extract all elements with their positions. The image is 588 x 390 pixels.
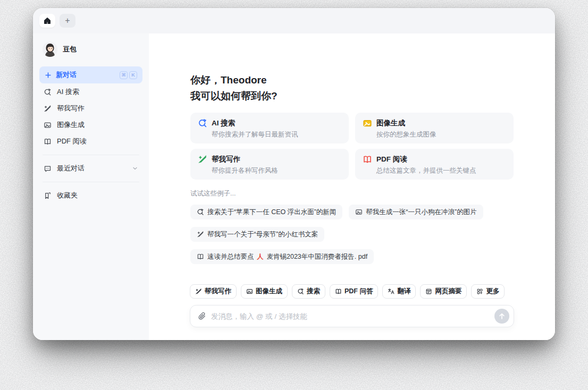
- paperclip-icon[interactable]: [198, 312, 206, 320]
- skill-label: 翻译: [397, 287, 410, 296]
- example-chip-attachment-name: 麦肯锡2023年中国消费者报告. pdf: [267, 252, 368, 261]
- write-icon: [198, 155, 207, 164]
- example-chip-write-post[interactable]: 帮我写一个关于“母亲节”的小红书文案: [190, 227, 324, 242]
- sidebar-item-label: 图像生成: [57, 120, 85, 130]
- card-image-gen[interactable]: 图像生成 按你的想象生成图像: [355, 113, 514, 143]
- skill-label: 网页摘要: [435, 287, 461, 296]
- skill-label: 搜索: [307, 287, 320, 296]
- pdf-read-icon: [363, 155, 372, 164]
- skill-more[interactable]: 更多: [471, 284, 505, 299]
- image-gen-icon: [246, 288, 253, 295]
- home-icon: [44, 17, 51, 24]
- card-title: PDF 阅读: [376, 155, 407, 164]
- webpage-icon: [425, 288, 432, 295]
- message-input-container: [190, 305, 514, 327]
- tab-bar: +: [33, 8, 555, 33]
- example-chip-summarize-pdf[interactable]: 速读并总结要点 人 麦肯锡2023年中国消费者报告. pdf: [190, 249, 374, 264]
- composer: 帮我写作 图像生成 搜索: [190, 284, 514, 327]
- example-chip-search-news[interactable]: 搜索关于“苹果下一任 CEO 浮出水面”的新闻: [190, 205, 342, 219]
- plus-icon: +: [65, 16, 70, 26]
- card-write[interactable]: 帮我写作 帮你提升各种写作风格: [190, 149, 349, 180]
- sidebar-divider: [43, 155, 139, 155]
- more-grid-icon: [476, 288, 483, 295]
- write-icon: [44, 105, 52, 113]
- send-button[interactable]: [494, 309, 509, 324]
- card-description: 帮你提升各种写作风格: [212, 166, 341, 175]
- pdf-read-icon: [44, 138, 52, 146]
- sidebar-item-ai-search[interactable]: AI 搜索: [39, 84, 142, 100]
- example-chip-text: 搜索关于“苹果下一任 CEO 浮出水面”的新闻: [207, 208, 336, 217]
- example-chip-text: 帮我生成一张“一只小狗在冲浪”的图片: [366, 208, 476, 217]
- translate-icon: [388, 288, 394, 295]
- image-gen-icon: [355, 208, 363, 216]
- card-description: 按你的想象生成图像: [376, 130, 506, 139]
- sidebar-divider: [43, 182, 139, 182]
- skill-pdf-qa[interactable]: PDF 问答: [330, 284, 378, 299]
- profile-row[interactable]: 豆包: [39, 39, 142, 60]
- example-chip-generate-image[interactable]: 帮我生成一张“一只小狗在冲浪”的图片: [349, 205, 483, 219]
- write-icon: [195, 288, 202, 295]
- example-chip-text: 帮我写一个关于“母亲节”的小红书文案: [207, 230, 318, 239]
- example-chips: 搜索关于“苹果下一任 CEO 浮出水面”的新闻 帮我生成一张“一只小狗在冲浪”的…: [190, 205, 488, 264]
- k-key-badge: K: [129, 71, 137, 79]
- sidebar-item-label: AI 搜索: [57, 87, 79, 97]
- new-chat-button[interactable]: 新对话 ⌘ K: [39, 66, 142, 83]
- new-tab-button[interactable]: +: [60, 14, 75, 28]
- sidebar: 豆包 新对话 ⌘ K AI 搜索: [33, 33, 149, 340]
- sidebar-item-pdf-read[interactable]: PDF 阅读: [39, 133, 142, 149]
- write-icon: [197, 231, 204, 238]
- skill-write[interactable]: 帮我写作: [190, 284, 237, 299]
- profile-name: 豆包: [63, 45, 77, 54]
- skill-translate[interactable]: 翻译: [382, 284, 416, 299]
- chat-bubble-icon: [44, 165, 52, 173]
- skill-label: PDF 问答: [345, 287, 373, 296]
- skill-label: 更多: [486, 287, 499, 296]
- sidebar-item-label: 帮我写作: [57, 104, 85, 113]
- image-gen-icon: [44, 121, 52, 129]
- tab-home[interactable]: [39, 14, 55, 28]
- card-title: 帮我写作: [212, 155, 240, 164]
- sidebar-item-favorites[interactable]: 收藏夹: [39, 188, 142, 204]
- sidebar-item-label: 收藏夹: [57, 191, 78, 200]
- greeting-line-1: 你好，Theodore: [190, 72, 514, 88]
- feature-cards: AI 搜索 帮你搜索并了解每日最新资讯 图像生成 按你的想象生成图像: [190, 113, 514, 180]
- skill-label: 图像生成: [256, 287, 282, 296]
- card-title: AI 搜索: [212, 118, 235, 128]
- new-chat-label: 新对话: [56, 70, 77, 80]
- card-title: 图像生成: [376, 118, 405, 128]
- image-gen-icon: [363, 118, 372, 128]
- search-icon: [197, 208, 204, 216]
- search-icon: [297, 288, 304, 295]
- card-ai-search[interactable]: AI 搜索 帮你搜索并了解每日最新资讯: [190, 113, 349, 143]
- skill-bar: 帮我写作 图像生成 搜索: [190, 284, 514, 299]
- sidebar-item-write[interactable]: 帮我写作: [39, 100, 142, 116]
- ai-search-icon: [44, 88, 52, 96]
- cmd-key-badge: ⌘: [120, 71, 128, 79]
- greeting-line-2: 我可以如何帮到你?: [190, 88, 514, 104]
- doubao-avatar: [43, 42, 57, 57]
- skill-webpage-summary[interactable]: 网页摘要: [420, 284, 467, 299]
- card-pdf-read[interactable]: PDF 阅读 总结这篇文章，并提供一些关键点: [355, 149, 514, 180]
- bookmark-icon: [44, 192, 52, 200]
- pdf-read-icon: [335, 288, 342, 295]
- examples-label: 试试这些例子...: [190, 189, 514, 198]
- sidebar-item-label: PDF 阅读: [57, 137, 87, 146]
- example-chip-text: 速读并总结要点: [207, 252, 254, 261]
- message-input[interactable]: [211, 312, 494, 320]
- sidebar-item-label: 最近对话: [57, 164, 85, 173]
- plus-icon: [45, 72, 52, 79]
- send-arrow-icon: [498, 312, 506, 320]
- pdf-file-icon: 人: [257, 252, 264, 261]
- sidebar-item-image-gen[interactable]: 图像生成: [39, 117, 142, 133]
- skill-search[interactable]: 搜索: [292, 284, 325, 299]
- chevron-down-icon[interactable]: [132, 165, 138, 172]
- card-description: 帮你搜索并了解每日最新资讯: [212, 130, 341, 139]
- doubao-app-window: + 豆包 新对话 ⌘ K: [33, 8, 555, 340]
- sidebar-item-recent-chats[interactable]: 最近对话: [39, 160, 142, 176]
- skill-image-gen[interactable]: 图像生成: [241, 284, 288, 299]
- skill-label: 帮我写作: [205, 287, 231, 296]
- shortcut-badges: ⌘ K: [120, 71, 137, 79]
- card-description: 总结这篇文章，并提供一些关键点: [376, 166, 506, 175]
- pdf-read-icon: [197, 253, 204, 260]
- ai-search-icon: [198, 118, 207, 128]
